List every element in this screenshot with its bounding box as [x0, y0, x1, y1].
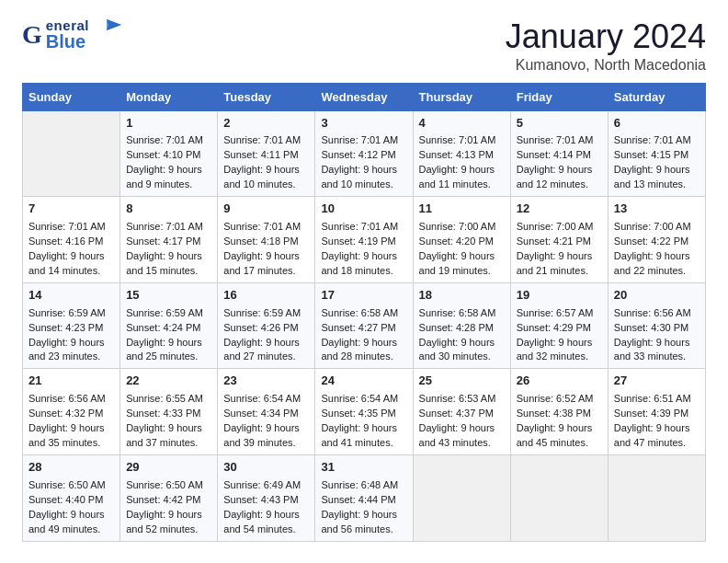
calendar-cell: 1Sunrise: 7:01 AMSunset: 4:10 PMDaylight…: [120, 110, 218, 197]
day-info-line: Daylight: 9 hours: [517, 421, 602, 436]
day-info-line: Daylight: 9 hours: [223, 421, 309, 436]
day-number: 14: [28, 287, 114, 304]
day-info-line: Sunset: 4:19 PM: [321, 235, 406, 249]
logo: G eneral Blue: [22, 18, 121, 51]
svg-marker-1: [107, 19, 121, 30]
day-info-line: Sunrise: 6:58 AM: [321, 306, 406, 321]
day-number: 15: [126, 287, 211, 304]
day-info-line: Sunset: 4:30 PM: [614, 321, 700, 336]
calendar-cell: 24Sunrise: 6:54 AMSunset: 4:35 PMDayligh…: [315, 369, 413, 455]
calendar-cell: 28Sunrise: 6:50 AMSunset: 4:40 PMDayligh…: [23, 454, 120, 541]
day-number: 1: [126, 115, 211, 132]
day-info-line: Daylight: 9 hours: [28, 336, 114, 350]
day-info-line: Daylight: 9 hours: [419, 249, 505, 264]
calendar-cell: 16Sunrise: 6:59 AMSunset: 4:26 PMDayligh…: [218, 282, 315, 369]
day-info-line: Daylight: 9 hours: [321, 249, 406, 264]
day-info-line: Sunrise: 6:49 AM: [223, 478, 309, 493]
day-number: 5: [517, 115, 602, 132]
header-day-sunday: Sunday: [23, 83, 120, 110]
day-info-line: Sunrise: 6:59 AM: [223, 306, 309, 321]
day-info-line: and 18 minutes.: [321, 264, 406, 279]
calendar-cell: 11Sunrise: 7:00 AMSunset: 4:20 PMDayligh…: [413, 197, 510, 283]
day-info-line: Sunset: 4:13 PM: [419, 148, 505, 163]
header-day-friday: Friday: [510, 83, 608, 110]
day-info-line: Sunset: 4:27 PM: [321, 321, 406, 336]
day-info-line: and 10 minutes.: [223, 178, 309, 192]
day-info-line: Sunrise: 6:56 AM: [28, 392, 114, 407]
day-info-line: Daylight: 9 hours: [223, 163, 309, 178]
day-info-line: Sunset: 4:16 PM: [28, 235, 114, 249]
day-info-line: Sunset: 4:39 PM: [614, 407, 700, 421]
day-info-line: and 54 minutes.: [223, 523, 309, 537]
day-info-line: Daylight: 9 hours: [223, 336, 309, 350]
day-info-line: Daylight: 9 hours: [223, 249, 309, 264]
location-title: Kumanovo, North Macedonia: [506, 57, 706, 74]
day-info-line: Daylight: 9 hours: [126, 249, 211, 264]
logo-g-letter: G: [22, 20, 42, 50]
calendar-week-row: 21Sunrise: 6:56 AMSunset: 4:32 PMDayligh…: [23, 369, 706, 455]
day-info-line: Sunset: 4:34 PM: [223, 407, 309, 421]
calendar-cell: 4Sunrise: 7:01 AMSunset: 4:13 PMDaylight…: [413, 110, 510, 197]
calendar-cell: 27Sunrise: 6:51 AMSunset: 4:39 PMDayligh…: [608, 369, 705, 455]
day-info-line: Sunset: 4:10 PM: [126, 148, 211, 163]
day-info-line: Sunrise: 6:52 AM: [517, 392, 602, 407]
day-info-line: Sunrise: 7:01 AM: [321, 220, 406, 235]
day-info-line: and 56 minutes.: [321, 523, 406, 537]
day-info-line: Sunset: 4:15 PM: [614, 148, 700, 163]
day-info-line: Sunrise: 7:00 AM: [614, 220, 700, 235]
day-info-line: Sunset: 4:40 PM: [28, 493, 114, 508]
calendar-cell: 14Sunrise: 6:59 AMSunset: 4:23 PMDayligh…: [23, 282, 120, 369]
day-info-line: and 25 minutes.: [126, 350, 211, 364]
calendar-cell: 25Sunrise: 6:53 AMSunset: 4:37 PMDayligh…: [413, 369, 510, 455]
day-info-line: Sunset: 4:29 PM: [517, 321, 602, 336]
day-info-line: Sunset: 4:44 PM: [321, 493, 406, 508]
day-info-line: and 10 minutes.: [321, 178, 406, 192]
day-info-line: Sunrise: 7:01 AM: [223, 220, 309, 235]
calendar-cell: 12Sunrise: 7:00 AMSunset: 4:21 PMDayligh…: [510, 197, 608, 283]
day-info-line: and 12 minutes.: [517, 178, 602, 192]
day-info-line: Sunrise: 7:01 AM: [126, 133, 211, 148]
day-info-line: Sunrise: 6:51 AM: [614, 392, 700, 407]
calendar-cell: 29Sunrise: 6:50 AMSunset: 4:42 PMDayligh…: [120, 454, 218, 541]
day-info-line: Daylight: 9 hours: [517, 336, 602, 350]
day-info-line: Daylight: 9 hours: [614, 249, 700, 264]
day-number: 2: [223, 115, 309, 132]
title-area: January 2024 Kumanovo, North Macedonia: [506, 18, 706, 74]
day-number: 22: [126, 373, 211, 390]
day-info-line: Daylight: 9 hours: [321, 421, 406, 436]
day-number: 19: [517, 287, 602, 304]
day-number: 31: [321, 459, 406, 477]
day-info-line: Sunset: 4:24 PM: [126, 321, 211, 336]
day-info-line: Sunset: 4:37 PM: [419, 407, 505, 421]
day-info-line: Daylight: 9 hours: [126, 163, 211, 178]
calendar-cell: 8Sunrise: 7:01 AMSunset: 4:17 PMDaylight…: [120, 197, 218, 283]
day-info-line: Sunset: 4:38 PM: [517, 407, 602, 421]
day-info-line: and 21 minutes.: [517, 264, 602, 279]
day-info-line: Sunset: 4:35 PM: [321, 407, 406, 421]
day-info-line: Daylight: 9 hours: [126, 421, 211, 436]
day-info-line: Sunrise: 6:57 AM: [517, 306, 602, 321]
day-info-line: Sunrise: 7:01 AM: [321, 133, 406, 148]
day-info-line: Sunrise: 6:48 AM: [321, 478, 406, 493]
header-day-thursday: Thursday: [413, 83, 510, 110]
calendar-header-row: SundayMondayTuesdayWednesdayThursdayFrid…: [23, 83, 706, 110]
day-number: 3: [321, 115, 406, 132]
day-info-line: and 41 minutes.: [321, 436, 406, 451]
calendar-cell: 9Sunrise: 7:01 AMSunset: 4:18 PMDaylight…: [218, 197, 315, 283]
header-day-monday: Monday: [120, 83, 218, 110]
day-number: 26: [517, 373, 602, 390]
day-info-line: and 45 minutes.: [517, 436, 602, 451]
day-info-line: Sunrise: 6:54 AM: [223, 392, 309, 407]
day-number: 21: [28, 373, 114, 390]
day-info-line: and 27 minutes.: [223, 350, 309, 364]
day-info-line: Daylight: 9 hours: [28, 249, 114, 264]
day-info-line: and 35 minutes.: [28, 436, 114, 451]
day-info-line: and 30 minutes.: [419, 350, 505, 364]
calendar-cell: 6Sunrise: 7:01 AMSunset: 4:15 PMDaylight…: [608, 110, 705, 197]
day-info-line: Sunrise: 7:01 AM: [126, 220, 211, 235]
header: G eneral Blue January 2024 Kumanovo, Nor…: [22, 18, 706, 74]
day-info-line: Sunrise: 6:54 AM: [321, 392, 406, 407]
day-info-line: Daylight: 9 hours: [614, 421, 700, 436]
calendar-cell: 19Sunrise: 6:57 AMSunset: 4:29 PMDayligh…: [510, 282, 608, 369]
day-info-line: Sunrise: 7:01 AM: [28, 220, 114, 235]
